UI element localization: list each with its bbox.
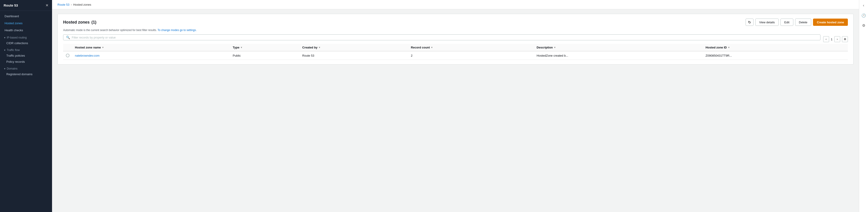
- search-row: 🔍 ‹ 1 › ⚙: [63, 34, 848, 44]
- card-actions: ↻ View details Edit Delete Create hosted…: [746, 19, 848, 26]
- sort-icon: ▼: [431, 46, 433, 49]
- row-hosted-zone-id-cell: Z090850431TT9R...: [703, 51, 848, 60]
- search-input[interactable]: [72, 36, 817, 39]
- sidebar-section-domains[interactable]: ▼ Domains: [0, 65, 52, 71]
- refresh-icon: ↻: [748, 20, 751, 25]
- chevron-down-icon: ▼: [4, 67, 6, 70]
- row-description-cell: HostedZone created b...: [534, 51, 703, 60]
- pagination: ‹ 1 › ⚙: [823, 36, 848, 42]
- card-title-group: Hosted zones (1): [63, 20, 96, 25]
- col-type: Type ▼: [230, 44, 300, 51]
- search-bar: 🔍: [63, 34, 820, 40]
- sidebar-nav: Dashboard Hosted zones Health checks ▼ I…: [0, 11, 52, 79]
- right-panel: ‹ 🕐 ⚙: [859, 0, 868, 212]
- page-number: 1: [831, 38, 833, 41]
- sort-icon: ▼: [318, 46, 321, 49]
- main-content: Route 53 › Hosted zones Hosted zones (1)…: [52, 0, 859, 212]
- search-icon: 🔍: [66, 36, 70, 39]
- refresh-button[interactable]: ↻: [746, 19, 753, 26]
- view-details-button[interactable]: View details: [755, 19, 779, 26]
- col-description: Description ▼: [534, 44, 703, 51]
- edit-button[interactable]: Edit: [780, 19, 793, 26]
- sidebar-close-button[interactable]: ✕: [45, 3, 49, 7]
- col-hosted-zone-name: Hosted zone name ▼: [72, 44, 230, 51]
- card-header: Hosted zones (1) ↻ View details Edit Del…: [63, 19, 848, 26]
- col-record-count: Record count ▼: [408, 44, 534, 51]
- row-record-count-cell: 2: [408, 51, 534, 60]
- breadcrumb-link-route53[interactable]: Route 53: [58, 3, 69, 6]
- sidebar-item-policy-records[interactable]: Policy records: [0, 59, 52, 65]
- hosted-zone-name-link[interactable]: natebrowndev.com: [75, 54, 99, 57]
- col-select: [63, 44, 72, 51]
- sort-icon: ▼: [554, 46, 556, 49]
- info-text: Automatic mode is the current search beh…: [63, 29, 848, 32]
- breadcrumb-current-page: Hosted zones: [73, 3, 91, 6]
- settings-link[interactable]: To change modes go to settings.: [157, 29, 197, 32]
- row-select-cell: [63, 51, 72, 60]
- col-created-by: Created by ▼: [300, 44, 408, 51]
- clock-icon[interactable]: 🕐: [861, 12, 867, 19]
- table-row: natebrowndev.com Public Route 53 2 Hoste: [63, 51, 848, 60]
- gear-icon: ⚙: [844, 38, 846, 41]
- chevron-down-icon: ▼: [4, 49, 6, 52]
- delete-button[interactable]: Delete: [795, 19, 811, 26]
- sidebar-title: Route 53: [4, 3, 18, 7]
- row-created-by-cell: Route 53: [300, 51, 408, 60]
- create-hosted-zone-button[interactable]: Create hosted zone: [813, 19, 848, 26]
- next-page-button[interactable]: ›: [834, 36, 840, 42]
- sort-icon: ▼: [102, 46, 104, 49]
- row-name-cell: natebrowndev.com: [72, 51, 230, 60]
- col-hosted-zone-id: Hosted zone ID ▼: [703, 44, 848, 51]
- breadcrumb: Route 53 › Hosted zones: [52, 0, 859, 9]
- chevron-down-icon: ▼: [4, 36, 6, 39]
- card-title: Hosted zones: [63, 20, 90, 25]
- sidebar: Route 53 ✕ Dashboard Hosted zones Health…: [0, 0, 52, 212]
- settings-icon[interactable]: ⚙: [861, 22, 867, 29]
- table-settings-button[interactable]: ⚙: [842, 36, 848, 42]
- hosted-zones-table: Hosted zone name ▼ Type ▼: [63, 44, 848, 60]
- sidebar-header: Route 53 ✕: [0, 0, 52, 11]
- sidebar-item-hosted-zones[interactable]: Hosted zones: [0, 20, 52, 27]
- sidebar-item-traffic-policies[interactable]: Traffic policies: [0, 53, 52, 59]
- sidebar-item-health-checks[interactable]: Health checks: [0, 27, 52, 34]
- sidebar-item-registered-domains[interactable]: Registered domains: [0, 71, 52, 77]
- sort-icon: ▼: [240, 46, 243, 49]
- table-header: Hosted zone name ▼ Type ▼: [63, 44, 848, 51]
- sort-icon: ▼: [728, 46, 730, 49]
- table-body: natebrowndev.com Public Route 53 2 Hoste: [63, 51, 848, 60]
- row-type-cell: Public: [230, 51, 300, 60]
- hosted-zones-card: Hosted zones (1) ↻ View details Edit Del…: [58, 14, 854, 65]
- sidebar-section-ip-routing[interactable]: ▼ IP-based routing: [0, 34, 52, 40]
- row-radio-button[interactable]: [66, 54, 69, 57]
- hosted-zones-count: (1): [91, 20, 96, 25]
- sidebar-item-cidr-collections[interactable]: CIDR collections: [0, 40, 52, 46]
- sidebar-item-dashboard[interactable]: Dashboard: [0, 13, 52, 20]
- sidebar-section-traffic-flow[interactable]: ▼ Traffic flow: [0, 46, 52, 53]
- chevron-left-icon[interactable]: ‹: [861, 2, 867, 9]
- breadcrumb-separator: ›: [71, 3, 72, 6]
- content-area: Hosted zones (1) ↻ View details Edit Del…: [52, 9, 859, 212]
- prev-page-button[interactable]: ‹: [823, 36, 829, 42]
